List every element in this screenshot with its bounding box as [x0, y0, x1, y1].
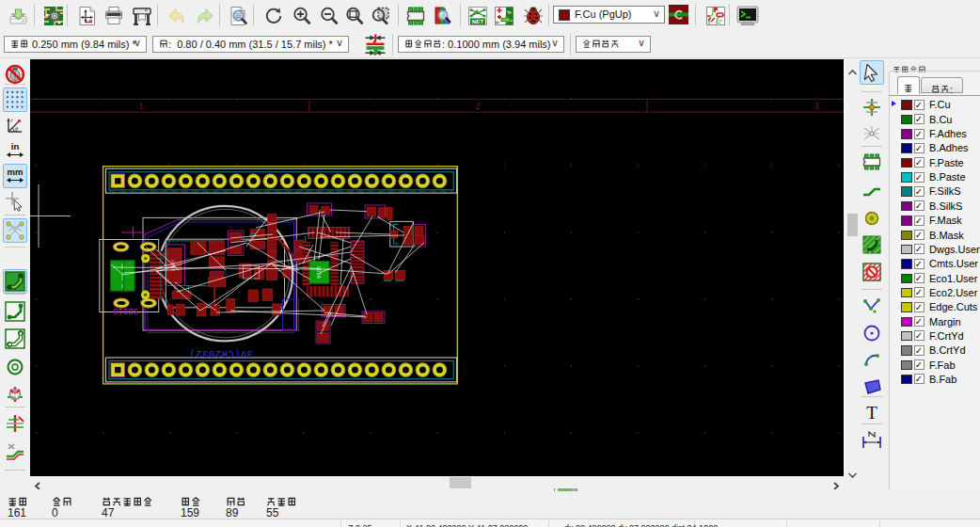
svg-text:T: T — [866, 403, 877, 423]
svg-text:NET: NET — [471, 18, 483, 24]
svg-text:3V(CR2032): 3V(CR2032) — [189, 348, 253, 359]
svg-text:θ: θ — [15, 126, 18, 132]
svg-text:r: r — [11, 118, 14, 123]
svg-text:SDI10: SDI10 — [113, 306, 138, 315]
svg-text:in: in — [11, 141, 20, 152]
svg-text:mm: mm — [8, 167, 24, 177]
svg-text:2: 2 — [476, 101, 481, 111]
svg-text:1: 1 — [139, 101, 144, 111]
svg-text:3: 3 — [814, 101, 819, 111]
